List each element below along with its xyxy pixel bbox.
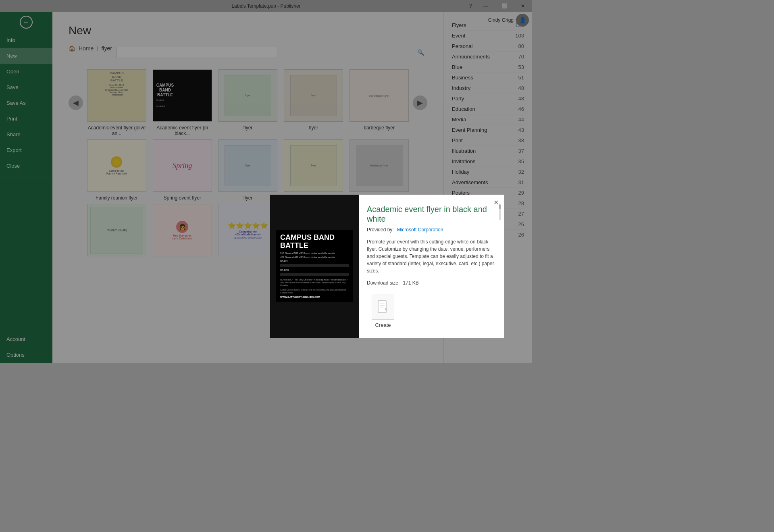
modal-website: WWW.BATTLEOFTHEBANDS.COM xyxy=(280,296,349,298)
modal-preview: CAMPUS BAND BATTLE 315 General 500 VIP G… xyxy=(270,195,359,338)
modal-title: Academic event flyer in black and white xyxy=(367,204,496,224)
modal-body: CAMPUS BAND BATTLE 315 General 500 VIP G… xyxy=(270,195,504,338)
scroll-indicator xyxy=(499,204,501,220)
modal-when: WHEN xyxy=(280,260,349,262)
modal-featuring: FEATURING • The Funky Chickens • In the … xyxy=(280,278,349,287)
modal-preview-content: CAMPUS BAND BATTLE 315 General 500 VIP G… xyxy=(276,230,353,303)
modal-dialog: ✕ CAMPUS BAND BATTLE 315 General 500 VIP… xyxy=(270,195,504,338)
create-icon xyxy=(372,294,394,320)
modal-info: Academic event flyer in black and white … xyxy=(359,195,504,338)
modal-preview-title: CAMPUS BAND BATTLE xyxy=(280,234,349,250)
modal-download-size: Download size: 171 KB xyxy=(367,280,496,286)
create-label: Create xyxy=(375,322,391,328)
modal-overlay[interactable]: ✕ CAMPUS BAND BATTLE 315 General 500 VIP… xyxy=(0,0,532,363)
create-button[interactable]: Create xyxy=(367,294,399,328)
modal-description: Promote your event with this cutting-edg… xyxy=(367,238,496,274)
modal-where: WHERE xyxy=(280,269,349,271)
modal-provider: Provided by: Microsoft Corporation xyxy=(367,227,496,233)
modal-provider-name[interactable]: Microsoft Corporation xyxy=(397,227,443,233)
svg-marker-4 xyxy=(385,308,388,310)
svg-rect-0 xyxy=(378,301,386,313)
modal-footer: Gorilla Canyon School of Music and the U… xyxy=(280,289,349,294)
